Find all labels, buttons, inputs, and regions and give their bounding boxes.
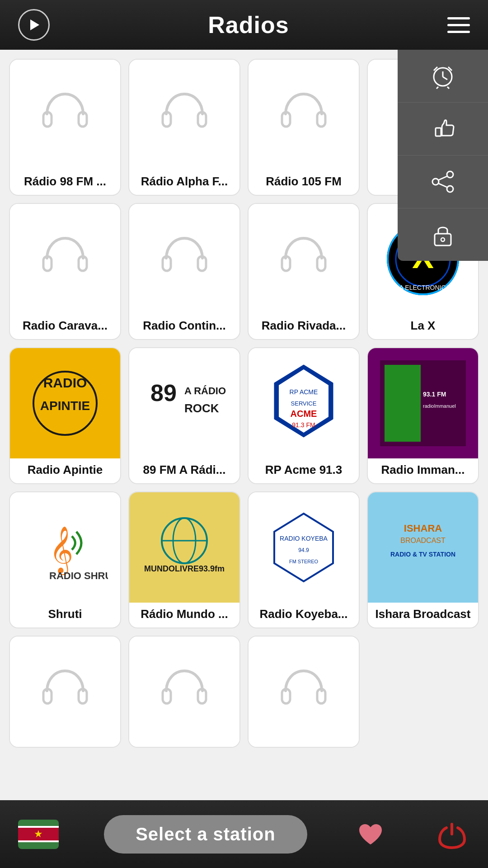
radio-card-image: 89 A RÁDIO ROCK — [129, 348, 239, 458]
page-title: Radios — [208, 11, 289, 38]
svg-line-12 — [439, 176, 447, 180]
radio-card-label: Radio Apintie — [24, 458, 107, 483]
radio-card-label: Radio Koyeba... — [256, 603, 351, 627]
side-menu — [398, 50, 488, 261]
play-button[interactable] — [18, 9, 50, 41]
side-menu-lock[interactable] — [398, 208, 488, 261]
svg-marker-0 — [30, 19, 39, 30]
radio-card-image — [10, 60, 120, 170]
svg-text:MUNDOLIVRE93.9fm: MUNDOLIVRE93.9fm — [144, 564, 225, 573]
radio-card-image: 𝄞 RADIO SHRUTI — [10, 492, 120, 603]
radio-card-label: 89 FM A Rádi... — [140, 458, 230, 483]
svg-text:LA ELECTRONICA: LA ELECTRONICA — [396, 284, 450, 291]
header: Radios — [0, 0, 488, 50]
svg-text:APINTIE: APINTIE — [40, 399, 90, 413]
radio-card-label: La X — [407, 314, 439, 339]
svg-text:𝄞: 𝄞 — [49, 527, 73, 576]
radio-card-image: MUNDOLIVRE93.9fm — [129, 492, 239, 603]
side-menu-share[interactable] — [398, 156, 488, 208]
svg-rect-8 — [436, 128, 441, 136]
radio-card-image — [10, 637, 120, 747]
radio-card[interactable] — [248, 636, 360, 748]
radio-card-image: RADIO KOYEBA 94.9 FM STEREO — [249, 492, 359, 603]
radio-card[interactable] — [9, 636, 121, 748]
radio-card-image — [129, 637, 239, 747]
svg-point-9 — [447, 171, 453, 178]
country-flag-button[interactable]: ★ — [18, 820, 59, 849]
svg-text:radioImmanuel: radioImmanuel — [423, 403, 456, 409]
svg-text:89: 89 — [150, 380, 177, 406]
radio-card[interactable]: Radio Rivada... — [248, 203, 360, 340]
side-menu-alarm[interactable] — [398, 50, 488, 103]
radio-card-image — [10, 204, 120, 314]
radio-card-image: RADIO APINTIE — [10, 348, 120, 458]
bottom-bar: ★ Select a station — [0, 800, 488, 868]
radio-card-label: Rádio 98 FM ... — [20, 170, 110, 195]
svg-point-11 — [447, 186, 453, 192]
svg-text:ROCK: ROCK — [184, 401, 219, 415]
radio-card-image: RP ACME SERVICE ACME 91.3 FM — [249, 348, 359, 458]
svg-point-10 — [432, 179, 439, 185]
svg-line-3 — [443, 77, 447, 80]
radio-card-label: Radio Imman... — [378, 458, 469, 483]
radio-card[interactable]: RADIO APINTIE Radio Apintie — [9, 347, 121, 484]
radio-card[interactable]: ISHARA BROADCAST RADIO & TV STATION Isha… — [367, 491, 479, 628]
power-button[interactable] — [434, 816, 470, 852]
svg-text:RADIO & TV STATION: RADIO & TV STATION — [390, 551, 455, 558]
radio-card[interactable] — [128, 636, 240, 748]
radio-card[interactable]: 93.1 FM radioImmanuel Radio Imman... — [367, 347, 479, 484]
svg-line-7 — [447, 87, 449, 89]
svg-text:RADIO: RADIO — [43, 375, 87, 390]
radio-card-label: Shruti — [44, 603, 85, 627]
svg-text:FM STEREO: FM STEREO — [289, 559, 319, 564]
heart-button[interactable] — [352, 816, 389, 852]
side-menu-favorites[interactable] — [398, 103, 488, 156]
radio-card-label: Rádio Mundo ... — [137, 603, 232, 627]
radio-card-image — [129, 60, 239, 170]
svg-rect-14 — [435, 234, 451, 245]
svg-point-15 — [441, 238, 445, 241]
svg-text:RADIO KOYEBA: RADIO KOYEBA — [280, 535, 328, 542]
radio-card[interactable]: RADIO KOYEBA 94.9 FM STEREO Radio Koyeba… — [248, 491, 360, 628]
svg-text:93.1 FM: 93.1 FM — [423, 391, 446, 398]
radio-card-image — [249, 637, 359, 747]
radio-card-image — [129, 204, 239, 314]
menu-button[interactable] — [447, 17, 470, 33]
radio-card[interactable]: Rádio Alpha F... — [128, 59, 240, 196]
radio-card-label: Rádio Alpha F... — [137, 170, 232, 195]
radio-card-label: Radio Carava... — [19, 314, 111, 339]
svg-text:BROADCAST: BROADCAST — [400, 537, 446, 544]
svg-line-13 — [439, 184, 447, 187]
radio-card-label: Rádio 105 FM — [262, 170, 345, 195]
select-station-button[interactable]: Select a station — [104, 815, 307, 854]
svg-rect-67 — [380, 505, 466, 590]
radio-card-image: ISHARA BROADCAST RADIO & TV STATION — [368, 492, 478, 603]
radio-card[interactable]: RP ACME SERVICE ACME 91.3 FM RP Acme 91.… — [248, 347, 360, 484]
radio-card[interactable]: 89 A RÁDIO ROCK 89 FM A Rádi... — [128, 347, 240, 484]
radio-card[interactable]: Radio Contin... — [128, 203, 240, 340]
svg-text:94.9: 94.9 — [298, 547, 309, 553]
radio-card[interactable]: MUNDOLIVRE93.9fm Rádio Mundo ... — [128, 491, 240, 628]
svg-text:RP ACME: RP ACME — [290, 388, 318, 396]
svg-text:91.3 FM: 91.3 FM — [292, 421, 315, 429]
svg-text:RADIO SHRUTI: RADIO SHRUTI — [49, 570, 108, 581]
radio-card-image — [249, 204, 359, 314]
radio-card-image: 93.1 FM radioImmanuel — [368, 348, 478, 458]
radio-card-label: Ishara Broadcast — [372, 603, 474, 627]
radio-card-label: Radio Rivada... — [258, 314, 349, 339]
svg-rect-51 — [385, 365, 421, 442]
radio-card-label: Radio Contin... — [139, 314, 229, 339]
radio-card[interactable]: 𝄞 RADIO SHRUTI Shruti — [9, 491, 121, 628]
radio-card[interactable]: Radio Carava... — [9, 203, 121, 340]
radio-card[interactable]: Rádio 105 FM — [248, 59, 360, 196]
svg-text:SERVICE: SERVICE — [291, 400, 317, 407]
svg-text:ACME: ACME — [291, 409, 317, 419]
svg-text:A RÁDIO: A RÁDIO — [184, 385, 226, 396]
svg-text:ISHARA: ISHARA — [404, 523, 442, 534]
radio-card-label: RP Acme 91.3 — [262, 458, 346, 483]
radio-card[interactable]: Rádio 98 FM ... — [9, 59, 121, 196]
svg-line-6 — [436, 87, 438, 89]
radio-card-image — [249, 60, 359, 170]
